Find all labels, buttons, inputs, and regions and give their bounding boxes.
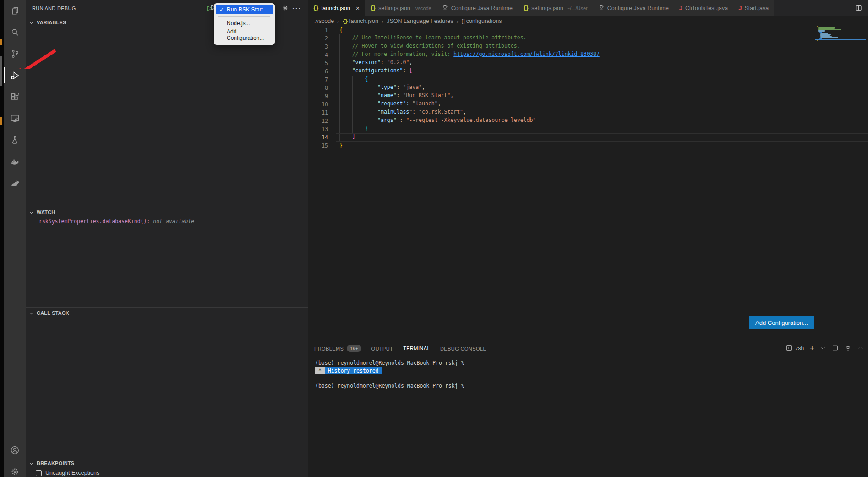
- line-number-8[interactable]: 8: [308, 85, 328, 91]
- line-number-5[interactable]: 5: [308, 60, 328, 66]
- debug-settings-gear-icon[interactable]: [281, 4, 289, 12]
- code-line-7[interactable]: 7{: [308, 76, 868, 84]
- editor-tab-settings-json[interactable]: {}settings.json~/.../User: [518, 0, 593, 16]
- code-line-11[interactable]: 11"mainClass": "co.rsk.Start",: [308, 109, 868, 117]
- code-token: "0.2.0": [387, 59, 409, 67]
- close-tab-icon[interactable]: ×: [356, 5, 360, 12]
- code-line-10[interactable]: 10"request": "launch",: [308, 100, 868, 109]
- minimap-line: [817, 26, 818, 27]
- code-line-1[interactable]: 1{: [308, 26, 868, 34]
- line-number-10[interactable]: 10: [308, 101, 328, 108]
- terminal-shell-selector[interactable]: zsh: [786, 345, 804, 351]
- terminal-text: (base) reynoldmorel@Reynolds-MacBook-Pro…: [315, 360, 464, 366]
- indent-guide: [339, 84, 352, 92]
- editor-tab-settings-json[interactable]: {}settings.json.vscode: [365, 0, 437, 16]
- search-icon: [9, 27, 21, 38]
- breakpoint-row: Uncaught Exceptions: [26, 468, 308, 476]
- java-runtime-cup-icon: [442, 4, 448, 12]
- breadcrumb-item--vscode[interactable]: .vscode: [314, 18, 334, 24]
- activity-bar-item-source-control[interactable]: [4, 43, 26, 65]
- indent-guide: [365, 84, 377, 92]
- code-line-2[interactable]: 2// Use IntelliSense to learn about poss…: [308, 34, 868, 43]
- shell-name: zsh: [795, 345, 804, 351]
- editor-tab-clitoolstest-java[interactable]: JCliToolsTest.java: [674, 0, 733, 16]
- code-line-3[interactable]: 3// Hover to view descriptions of existi…: [308, 43, 868, 51]
- line-number-6[interactable]: 6: [308, 68, 328, 75]
- code-line-9[interactable]: 9"name": "Run RSK Start",: [308, 92, 868, 100]
- activity-bar-item-search[interactable]: [4, 22, 26, 43]
- editor-tab-configure-java-runtime[interactable]: Configure Java Runtime: [593, 0, 674, 16]
- breadcrumb-item-json-language-features[interactable]: JSON Language Features: [387, 18, 453, 24]
- activity-bar-item-testing[interactable]: [4, 129, 26, 151]
- breadcrumb-item-configurations[interactable]: [ ]configurations: [462, 18, 502, 24]
- kill-terminal-trash-icon[interactable]: [845, 345, 852, 351]
- line-number-1[interactable]: 1: [308, 27, 328, 33]
- line-number-15[interactable]: 15: [308, 143, 328, 149]
- split-editor-icon[interactable]: [849, 0, 868, 16]
- panel-tab-output[interactable]: OUTPUT: [371, 342, 393, 354]
- code-line-6[interactable]: 6"configurations": [: [308, 67, 868, 76]
- activity-bar-item-extensions[interactable]: [4, 86, 26, 108]
- line-number-12[interactable]: 12: [308, 118, 328, 124]
- new-terminal-icon[interactable]: +: [810, 344, 814, 353]
- line-number-4[interactable]: 4: [308, 52, 328, 58]
- breakpoints-section-header[interactable]: BREAKPOINTS: [26, 458, 308, 468]
- call-stack-section-header[interactable]: CALL STACK: [26, 308, 308, 318]
- menu-item-add-configuration[interactable]: Add Configuration...: [214, 27, 275, 42]
- minimap-line: [818, 29, 841, 30]
- watch-section-header[interactable]: WATCH: [26, 207, 308, 217]
- tab-label: settings.json: [378, 5, 410, 11]
- line-number-13[interactable]: 13: [308, 126, 328, 132]
- code-line-15[interactable]: 15}: [308, 142, 868, 150]
- line-number-2[interactable]: 2: [308, 35, 328, 42]
- terminal-dropdown-chevron-icon[interactable]: [820, 345, 826, 351]
- line-number-7[interactable]: 7: [308, 77, 328, 83]
- menu-item-nodejs[interactable]: Node.js...: [214, 19, 275, 27]
- split-terminal-icon[interactable]: [832, 345, 839, 351]
- menu-item-run-rsk-start[interactable]: ✓ Run RSK Start: [216, 5, 273, 14]
- add-configuration-button[interactable]: Add Configuration...: [749, 316, 814, 329]
- code-token: }: [365, 125, 368, 133]
- breadcrumb-item-launch-json[interactable]: {}launch.json: [342, 18, 378, 24]
- line-number-3[interactable]: 3: [308, 44, 328, 50]
- line-number-14[interactable]: 14: [308, 134, 328, 141]
- watch-expression-row[interactable]: rskSystemProperties.databaseKind(): not …: [26, 217, 308, 225]
- watch-value: not available: [153, 218, 194, 225]
- panel-tab-terminal[interactable]: TERMINAL: [403, 342, 430, 354]
- editor-tab-configure-java-runtime[interactable]: Configure Java Runtime: [437, 0, 518, 16]
- panel-tab-problems[interactable]: PROBLEMS1K+: [314, 341, 361, 355]
- panel-tab-debug-console[interactable]: DEBUG CONSOLE: [440, 342, 486, 354]
- code-line-14[interactable]: 14]: [308, 133, 868, 142]
- activity-bar-item-remote-explorer[interactable]: [4, 108, 26, 129]
- tab-label: launch.json: [321, 5, 350, 11]
- terminal-output[interactable]: (base) reynoldmorel@Reynolds-MacBook-Pro…: [308, 356, 868, 389]
- panel-tab-label: OUTPUT: [371, 346, 393, 351]
- editor-tab-launch-json[interactable]: {}launch.json×: [308, 0, 365, 16]
- more-actions-icon[interactable]: ···: [292, 4, 301, 13]
- selected-config-label: Run RSK Start: [227, 6, 263, 13]
- line-number-11[interactable]: 11: [308, 110, 328, 116]
- menu-separator: [218, 16, 270, 17]
- minimap-current-line-bar: [815, 39, 866, 40]
- tab-strip-empty-space: [774, 0, 849, 16]
- code-token: "java": [403, 84, 422, 92]
- code-line-4[interactable]: 4// For more information, visit: https:/…: [308, 51, 868, 59]
- editor-tab-start-java[interactable]: JStart.java: [733, 0, 774, 16]
- uncaught-exceptions-checkbox[interactable]: [36, 470, 42, 476]
- code-line-13[interactable]: 13}: [308, 125, 868, 133]
- indent-guide: [365, 92, 377, 100]
- code-line-5[interactable]: 5"version": "0.2.0",: [308, 59, 868, 67]
- activity-bar-item-explorer[interactable]: [4, 0, 26, 22]
- run-and-debug-sidebar: RUN AND DEBUG ··· VARIABLES WATCH rskSys…: [26, 0, 308, 477]
- line-number-9[interactable]: 9: [308, 93, 328, 99]
- code-line-12[interactable]: 12"args" : "--regtest -Xkeyvalue.datasou…: [308, 117, 868, 125]
- code-token: // For more information, visit:: [352, 51, 454, 59]
- maximize-panel-chevron-up-icon[interactable]: [857, 345, 863, 351]
- activity-bar-item-run-and-debug[interactable]: [4, 65, 26, 86]
- activity-bar-item-gradle[interactable]: [4, 172, 26, 194]
- activity-bar-item-docker[interactable]: [4, 151, 26, 172]
- minimap[interactable]: [817, 26, 866, 86]
- activity-bar-item-settings[interactable]: [4, 461, 26, 477]
- code-line-8[interactable]: 8"type": "java",: [308, 84, 868, 92]
- activity-bar-item-accounts[interactable]: [4, 439, 26, 461]
